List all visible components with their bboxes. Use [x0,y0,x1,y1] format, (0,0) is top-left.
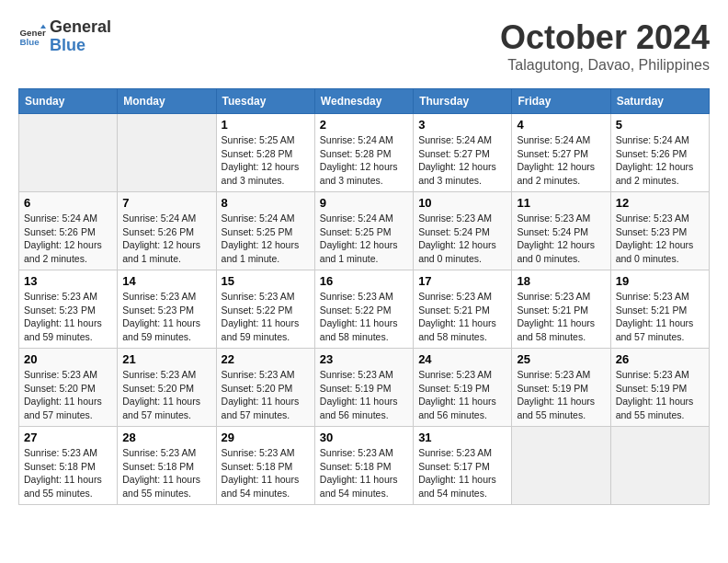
calendar-cell: 20Sunrise: 5:23 AMSunset: 5:20 PMDayligh… [19,349,118,427]
calendar-cell: 10Sunrise: 5:23 AMSunset: 5:24 PMDayligh… [414,192,512,270]
logo-icon: General Blue [18,23,46,51]
day-number: 8 [222,196,310,210]
day-info: Sunrise: 5:23 AMSunset: 5:23 PMDaylight:… [24,290,112,344]
calendar-cell: 29Sunrise: 5:23 AMSunset: 5:18 PMDayligh… [216,427,314,505]
day-info: Sunrise: 5:24 AMSunset: 5:27 PMDaylight:… [517,133,605,188]
calendar-cell: 8Sunrise: 5:24 AMSunset: 5:25 PMDaylight… [216,192,314,270]
day-info: Sunrise: 5:25 AMSunset: 5:28 PMDaylight:… [222,133,310,188]
calendar-week-row: 13Sunrise: 5:23 AMSunset: 5:23 PMDayligh… [19,270,710,349]
logo-line2: Blue [50,37,111,55]
calendar-cell: 24Sunrise: 5:23 AMSunset: 5:19 PMDayligh… [414,349,512,427]
day-number: 19 [616,274,704,288]
day-info: Sunrise: 5:24 AMSunset: 5:25 PMDaylight:… [222,212,310,266]
day-info: Sunrise: 5:23 AMSunset: 5:23 PMDaylight:… [616,212,704,266]
calendar-cell: 9Sunrise: 5:24 AMSunset: 5:25 PMDaylight… [314,192,413,270]
day-info: Sunrise: 5:23 AMSunset: 5:20 PMDaylight:… [222,368,310,422]
svg-text:General: General [20,27,47,37]
calendar-cell: 3Sunrise: 5:24 AMSunset: 5:27 PMDaylight… [414,114,512,192]
day-info: Sunrise: 5:23 AMSunset: 5:18 PMDaylight:… [320,446,408,500]
day-number: 6 [24,196,112,210]
day-number: 14 [122,274,210,288]
day-number: 16 [320,274,408,288]
calendar-cell [610,427,709,505]
calendar-header-row: SundayMondayTuesdayWednesdayThursdayFrid… [19,89,710,114]
logo-line1: General [50,18,111,37]
calendar-cell: 2Sunrise: 5:24 AMSunset: 5:28 PMDaylight… [314,114,413,192]
day-info: Sunrise: 5:23 AMSunset: 5:23 PMDaylight:… [122,290,210,344]
day-number: 10 [418,196,506,210]
calendar-week-row: 20Sunrise: 5:23 AMSunset: 5:20 PMDayligh… [19,349,710,427]
day-number: 12 [616,196,704,210]
calendar-cell: 25Sunrise: 5:23 AMSunset: 5:19 PMDayligh… [512,349,610,427]
day-number: 3 [418,118,506,132]
day-info: Sunrise: 5:24 AMSunset: 5:26 PMDaylight:… [24,212,112,266]
calendar-cell: 26Sunrise: 5:23 AMSunset: 5:19 PMDayligh… [610,349,709,427]
calendar-cell: 27Sunrise: 5:23 AMSunset: 5:18 PMDayligh… [19,427,118,505]
day-number: 30 [320,431,408,444]
day-info: Sunrise: 5:24 AMSunset: 5:26 PMDaylight:… [122,212,210,266]
day-info: Sunrise: 5:23 AMSunset: 5:19 PMDaylight:… [320,368,408,422]
day-number: 28 [122,431,210,444]
day-header-saturday: Saturday [610,89,709,114]
day-number: 13 [24,274,112,288]
calendar-cell: 14Sunrise: 5:23 AMSunset: 5:23 PMDayligh… [118,270,216,349]
day-number: 18 [517,274,605,288]
calendar-cell: 23Sunrise: 5:23 AMSunset: 5:19 PMDayligh… [314,349,413,427]
calendar-cell: 17Sunrise: 5:23 AMSunset: 5:21 PMDayligh… [414,270,512,349]
day-number: 5 [616,118,704,132]
day-info: Sunrise: 5:23 AMSunset: 5:24 PMDaylight:… [418,212,506,266]
calendar-cell: 19Sunrise: 5:23 AMSunset: 5:21 PMDayligh… [610,270,709,349]
day-header-friday: Friday [512,89,610,114]
day-header-monday: Monday [118,89,216,114]
day-number: 24 [418,352,506,366]
calendar-cell: 4Sunrise: 5:24 AMSunset: 5:27 PMDaylight… [512,114,610,192]
calendar-cell: 5Sunrise: 5:24 AMSunset: 5:26 PMDaylight… [610,114,709,192]
header: General Blue General Blue October 2024 T… [18,18,710,74]
calendar-cell: 30Sunrise: 5:23 AMSunset: 5:18 PMDayligh… [314,427,413,505]
day-info: Sunrise: 5:23 AMSunset: 5:20 PMDaylight:… [122,368,210,422]
day-number: 20 [24,352,112,366]
day-header-wednesday: Wednesday [314,89,413,114]
day-info: Sunrise: 5:24 AMSunset: 5:26 PMDaylight:… [616,133,704,188]
svg-marker-2 [40,24,46,29]
calendar-cell: 31Sunrise: 5:23 AMSunset: 5:17 PMDayligh… [414,427,512,505]
calendar-cell: 28Sunrise: 5:23 AMSunset: 5:18 PMDayligh… [118,427,216,505]
day-number: 2 [320,118,408,132]
svg-text:Blue: Blue [20,37,40,47]
day-info: Sunrise: 5:24 AMSunset: 5:27 PMDaylight:… [418,133,506,188]
day-info: Sunrise: 5:23 AMSunset: 5:21 PMDaylight:… [616,290,704,344]
day-info: Sunrise: 5:23 AMSunset: 5:17 PMDaylight:… [418,446,506,500]
day-info: Sunrise: 5:23 AMSunset: 5:24 PMDaylight:… [517,212,605,266]
day-header-thursday: Thursday [414,89,512,114]
title-area: October 2024 Talagutong, Davao, Philippi… [500,18,710,74]
calendar-cell: 7Sunrise: 5:24 AMSunset: 5:26 PMDaylight… [118,192,216,270]
day-number: 11 [517,196,605,210]
calendar-cell: 18Sunrise: 5:23 AMSunset: 5:21 PMDayligh… [512,270,610,349]
day-info: Sunrise: 5:23 AMSunset: 5:20 PMDaylight:… [24,368,112,422]
calendar-table: SundayMondayTuesdayWednesdayThursdayFrid… [18,88,710,505]
calendar-cell [512,427,610,505]
day-header-sunday: Sunday [19,89,118,114]
day-number: 29 [222,431,310,444]
calendar-cell: 21Sunrise: 5:23 AMSunset: 5:20 PMDayligh… [118,349,216,427]
day-number: 25 [517,352,605,366]
day-number: 27 [24,431,112,444]
location-title: Talagutong, Davao, Philippines [500,57,710,74]
day-info: Sunrise: 5:23 AMSunset: 5:22 PMDaylight:… [320,290,408,344]
day-number: 17 [418,274,506,288]
calendar-week-row: 6Sunrise: 5:24 AMSunset: 5:26 PMDaylight… [19,192,710,270]
day-number: 21 [122,352,210,366]
day-info: Sunrise: 5:23 AMSunset: 5:18 PMDaylight:… [24,446,112,500]
month-title: October 2024 [500,18,710,57]
day-number: 23 [320,352,408,366]
day-info: Sunrise: 5:23 AMSunset: 5:18 PMDaylight:… [122,446,210,500]
day-number: 31 [418,431,506,444]
calendar-cell: 1Sunrise: 5:25 AMSunset: 5:28 PMDaylight… [216,114,314,192]
day-number: 7 [122,196,210,210]
calendar-week-row: 27Sunrise: 5:23 AMSunset: 5:18 PMDayligh… [19,427,710,505]
calendar-cell [118,114,216,192]
day-info: Sunrise: 5:23 AMSunset: 5:22 PMDaylight:… [222,290,310,344]
day-number: 4 [517,118,605,132]
day-info: Sunrise: 5:24 AMSunset: 5:28 PMDaylight:… [320,133,408,188]
day-info: Sunrise: 5:23 AMSunset: 5:19 PMDaylight:… [616,368,704,422]
